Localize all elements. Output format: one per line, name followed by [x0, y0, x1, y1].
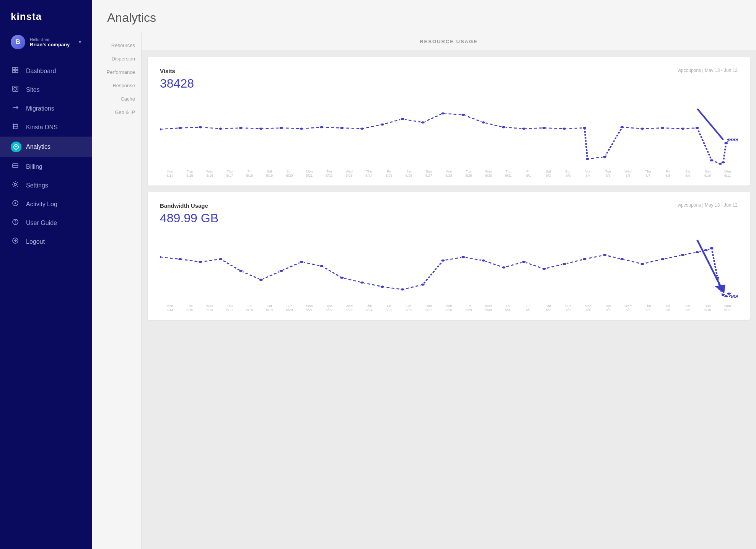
- billing-icon: [11, 162, 20, 171]
- svg-point-67: [522, 261, 526, 263]
- date-tick: Wed6/6: [618, 304, 638, 313]
- svg-point-24: [420, 121, 425, 124]
- svg-point-55: [279, 269, 283, 272]
- date-tick: Sun5/27: [419, 169, 439, 178]
- svg-point-77: [704, 249, 708, 251]
- svg-point-59: [360, 281, 364, 284]
- svg-point-42: [721, 161, 725, 164]
- svg-point-71: [603, 254, 607, 256]
- svg-point-51: [198, 261, 202, 263]
- chart-header-visits: Visitswpcoupons | May 13 - Jun 12: [160, 68, 738, 74]
- svg-point-38: [681, 127, 685, 130]
- chart-label-visits: Visits: [160, 68, 175, 74]
- svg-point-64: [461, 256, 465, 258]
- date-tick: Sun6/3: [558, 304, 578, 313]
- svg-point-28: [502, 126, 506, 129]
- date-tick: Fri5/18: [240, 169, 259, 178]
- svg-point-88: [735, 295, 738, 298]
- svg-point-47: [735, 138, 738, 141]
- date-tick: Fri5/18: [240, 304, 259, 313]
- date-tick: Mon5/28: [439, 169, 459, 178]
- chart-wrapper-visits: [160, 98, 738, 167]
- svg-point-21: [360, 127, 364, 130]
- date-tick: Mon6/11: [718, 169, 738, 178]
- svg-rect-0: [13, 86, 18, 91]
- date-tick: Tue6/5: [598, 169, 618, 178]
- main-nav: DashboardSitesMigrationsKinsta DNSAnalyt…: [0, 59, 92, 549]
- sub-nav-item-cache[interactable]: Cache: [92, 92, 141, 106]
- svg-point-52: [218, 258, 223, 261]
- sub-nav-item-response[interactable]: Response: [92, 79, 141, 92]
- sidebar-item-settings[interactable]: Settings: [0, 176, 92, 195]
- sub-nav-item-resources[interactable]: Resources: [92, 39, 141, 52]
- sub-nav-item-geo-ip[interactable]: Geo & IP: [92, 106, 141, 119]
- sidebar-item-analytics[interactable]: Analytics: [0, 137, 92, 157]
- date-tick: Thu6/7: [638, 169, 658, 178]
- svg-point-37: [660, 127, 665, 129]
- kinsta-dns-icon: [11, 123, 20, 132]
- chart-header-bandwidth: Bandwidth Usagewpcoupons | May 13 - Jun …: [160, 202, 738, 209]
- date-tick: Mon5/28: [439, 304, 459, 313]
- svg-point-30: [542, 127, 546, 129]
- svg-point-57: [319, 265, 324, 267]
- resource-usage-header: RESOURCE USAGE: [142, 33, 756, 51]
- user-info: Hello Brian Brian's company: [30, 37, 74, 47]
- date-tick: Sun6/10: [698, 304, 718, 313]
- svg-point-54: [259, 279, 263, 281]
- user-profile[interactable]: B Hello Brian Brian's company ▾: [0, 30, 92, 59]
- date-tick: Sun5/20: [279, 169, 299, 178]
- sidebar-item-activity-log[interactable]: Activity Log: [0, 195, 92, 213]
- date-tick: Wed5/16: [200, 304, 220, 313]
- sidebar-item-user-guide[interactable]: ?User Guide: [0, 213, 92, 232]
- svg-point-23: [401, 118, 405, 121]
- svg-point-40: [709, 159, 714, 162]
- sidebar-item-label-user-guide: User Guide: [26, 220, 57, 226]
- chart-meta-bandwidth: wpcoupons | May 13 - Jun 12: [678, 202, 738, 208]
- user-greeting: Hello Brian: [30, 37, 74, 42]
- svg-point-22: [380, 123, 385, 126]
- activity-log-icon: [11, 200, 20, 209]
- sub-nav-item-dispersion[interactable]: Dispersion: [92, 52, 141, 65]
- date-tick: Tue6/5: [598, 304, 618, 313]
- svg-point-35: [620, 126, 624, 129]
- date-tick: Wed5/16: [200, 169, 220, 178]
- sidebar-item-migrations[interactable]: Migrations: [0, 99, 92, 118]
- svg-point-17: [279, 127, 283, 129]
- svg-point-34: [603, 156, 607, 158]
- date-tick: Tue5/15: [180, 304, 200, 313]
- sidebar-item-billing[interactable]: Billing: [0, 157, 92, 176]
- sidebar-item-kinsta-dns[interactable]: Kinsta DNS: [0, 118, 92, 137]
- svg-point-26: [461, 114, 465, 116]
- svg-rect-3: [13, 164, 18, 168]
- date-tick: Wed6/6: [618, 169, 638, 178]
- chart-value-visits: 38428: [160, 77, 738, 91]
- svg-text:?: ?: [14, 220, 16, 224]
- svg-point-61: [401, 288, 405, 291]
- page-title: Analytics: [107, 11, 741, 25]
- sidebar-item-sites[interactable]: Sites: [0, 80, 92, 99]
- chart-value-bandwidth: 489.99 GB: [160, 211, 738, 225]
- sub-nav-item-performance[interactable]: Performance: [92, 65, 141, 79]
- svg-point-31: [562, 127, 566, 130]
- svg-point-27: [481, 121, 486, 124]
- sidebar-item-logout[interactable]: Logout: [0, 232, 92, 251]
- date-tick: Tue5/22: [319, 169, 339, 178]
- svg-point-33: [585, 158, 590, 160]
- date-tick: Thu6/7: [638, 304, 658, 313]
- date-tick: Tue5/22: [319, 304, 339, 313]
- date-tick: Wed5/23: [339, 169, 359, 178]
- svg-point-78: [709, 247, 714, 249]
- chart-dates-visits: Mon5/14Tue5/15Wed5/16Thu5/17Fri5/18Sat5/…: [160, 169, 738, 178]
- svg-point-60: [380, 285, 385, 288]
- sidebar-item-label-logout: Logout: [26, 238, 45, 245]
- date-tick: Tue5/29: [459, 169, 479, 178]
- svg-point-65: [481, 259, 486, 262]
- svg-point-18: [299, 127, 303, 130]
- date-tick: Sat5/19: [259, 304, 279, 313]
- svg-point-14: [218, 127, 223, 130]
- sidebar-item-label-billing: Billing: [26, 163, 42, 170]
- sites-icon: [11, 85, 20, 94]
- date-tick: Sat5/26: [399, 169, 419, 178]
- chart-label-bandwidth: Bandwidth Usage: [160, 202, 208, 209]
- sidebar-item-dashboard[interactable]: Dashboard: [0, 62, 92, 80]
